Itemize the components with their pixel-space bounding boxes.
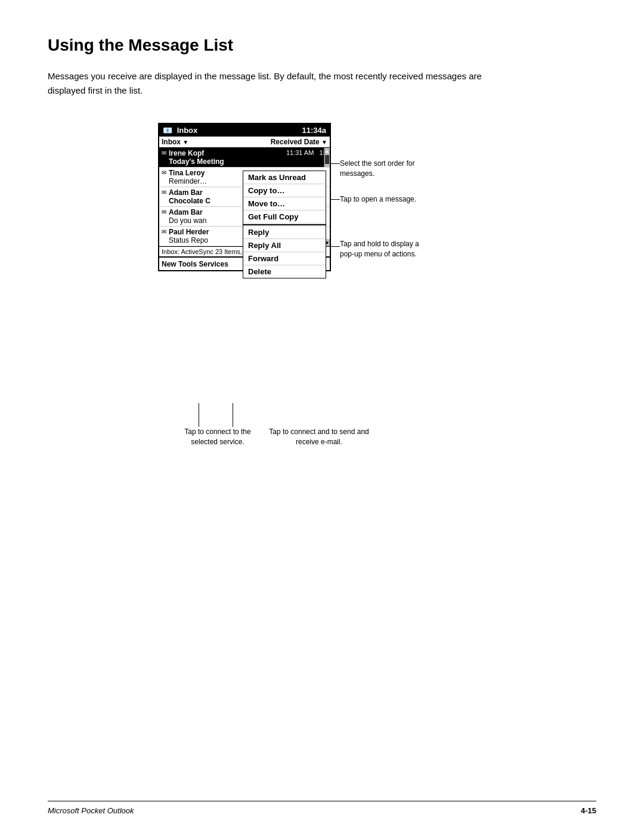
sender-name-3: Adam Bar [169, 188, 203, 197]
msg-subject-1: Today's Meeting [169, 157, 327, 166]
context-menu-divider [243, 224, 326, 225]
msg-icon-3: ✉ [162, 189, 166, 196]
diagram-area: Select the service and folder you want t… [48, 123, 596, 469]
titlebar-title: 📧 Inbox [163, 126, 197, 135]
context-menu-forward[interactable]: Forward [243, 252, 326, 265]
context-menu[interactable]: Mark as Unread Copy to… Move to… Get Ful… [243, 171, 326, 278]
context-menu-delete[interactable]: Delete [243, 265, 326, 278]
toolbar-date[interactable]: Received Date ▼ [271, 138, 327, 146]
sender-name-4: Adam Bar [169, 208, 203, 216]
annotation-tap-open: Tap to open a message. [340, 194, 435, 205]
footer-page-number: 4-15 [581, 806, 596, 815]
date-dropdown-arrow[interactable]: ▼ [321, 139, 327, 145]
device-mockup: 📧 Inbox 11:34a Inbox ▼ Received Date ▼ ✉ [158, 123, 331, 271]
footer-inner: Microsoft Pocket Outlook 4-15 [48, 806, 596, 815]
titlebar-time: 11:34a [302, 126, 326, 135]
annotation-bottom-right: Tap to connect and to send and receive e… [268, 427, 370, 447]
sort-annotation-vline [330, 148, 331, 164]
context-menu-get-full-copy[interactable]: Get Full Copy [243, 210, 326, 224]
footer-product-name: Microsoft Pocket Outlook [48, 806, 134, 815]
msg-time-1: 11:31 AM 1K [286, 149, 327, 157]
bottombar-menus[interactable]: New Tools Services [162, 260, 228, 268]
message-list: ✉ Irene Kopf 11:31 AM 1K Today's Meeting… [159, 148, 330, 246]
context-menu-mark-unread[interactable]: Mark as Unread [243, 171, 326, 184]
tap-hold-line [330, 246, 340, 247]
annotation-bottom-left: Tap to connect to the selected service. [173, 427, 262, 447]
sort-annotation-line [330, 163, 340, 164]
page-footer: Microsoft Pocket Outlook 4-15 [48, 801, 596, 815]
toolbar-inbox[interactable]: Inbox ▼ [162, 138, 188, 146]
msg-icon-2: ✉ [162, 169, 166, 176]
message-item-1[interactable]: ✉ Irene Kopf 11:31 AM 1K Today's Meeting… [159, 148, 330, 168]
intro-paragraph: Messages you receive are displayed in th… [48, 69, 513, 98]
bottom-right-vline [233, 403, 233, 427]
toolbar-inbox-label: Inbox [162, 138, 181, 146]
inbox-icon: 📧 [163, 126, 172, 135]
scroll-up-arrow[interactable]: ▲ [325, 148, 330, 154]
msg-content-1: Irene Kopf 11:31 AM 1K Today's Meeting [169, 149, 327, 166]
device-titlebar: 📧 Inbox 11:34a [159, 124, 330, 137]
titlebar-title-text: Inbox [177, 126, 198, 135]
bottom-left-vline [199, 403, 199, 427]
device-toolbar[interactable]: Inbox ▼ Received Date ▼ [159, 137, 330, 148]
tap-hold-vline [330, 215, 331, 247]
annotation-sort-order: Select the sort order for messages. [340, 159, 435, 179]
sender-name-2: Tina Leroy [169, 169, 205, 177]
toolbar-date-label: Received Date [271, 138, 320, 146]
msg-sender-1: Irene Kopf 11:31 AM 1K [169, 149, 327, 157]
tap-open-line [330, 199, 340, 200]
scrollbar[interactable]: ▲ [324, 148, 330, 167]
context-menu-reply-all[interactable]: Reply All [243, 239, 326, 252]
annotation-tap-hold: Tap and hold to display a pop-up menu of… [340, 239, 435, 259]
sender-name-5: Paul Herder [169, 228, 209, 236]
msg-icon-1: ✉ [162, 150, 166, 156]
scroll-thumb[interactable] [325, 155, 329, 164]
msg-icon-5: ✉ [162, 228, 166, 235]
page-title: Using the Message List [48, 36, 596, 55]
context-menu-reply[interactable]: Reply [243, 226, 326, 239]
context-menu-move-to[interactable]: Move to… [243, 197, 326, 210]
inbox-dropdown-arrow[interactable]: ▼ [182, 139, 188, 145]
msg-icon-4: ✉ [162, 209, 166, 215]
context-menu-copy-to[interactable]: Copy to… [243, 184, 326, 197]
annotation-sort-text: Select the sort order for messages. [340, 159, 414, 178]
tap-open-vline [330, 174, 331, 200]
sender-name-1: Irene Kopf [169, 149, 204, 157]
